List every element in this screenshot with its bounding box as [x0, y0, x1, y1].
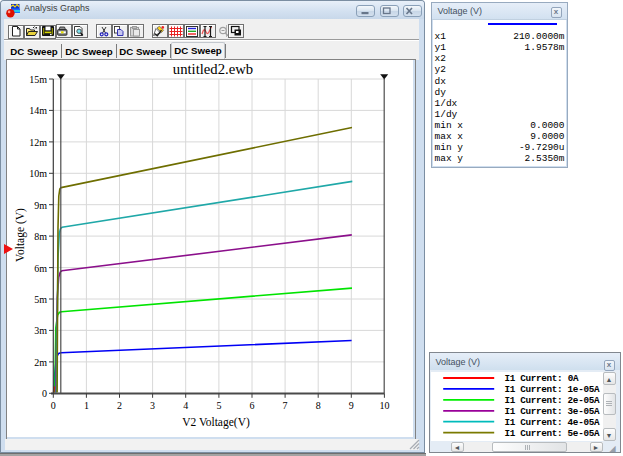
svg-text:6: 6	[250, 400, 255, 411]
svg-text:0: 0	[42, 388, 47, 399]
svg-text:15m: 15m	[29, 74, 47, 85]
svg-text:Voltage (V): Voltage (V)	[14, 208, 27, 262]
svg-text:10: 10	[379, 400, 389, 411]
svg-text:I1 Current: 1e-05A: I1 Current: 1e-05A	[504, 384, 599, 395]
svg-text:I1 Current: 3e-05A: I1 Current: 3e-05A	[504, 406, 599, 417]
svg-text:4: 4	[183, 400, 188, 411]
svg-text:10m: 10m	[29, 168, 47, 179]
svg-text:5: 5	[216, 400, 221, 411]
svg-text:V2 Voltage(V): V2 Voltage(V)	[182, 416, 250, 429]
svg-text:14m: 14m	[29, 105, 47, 116]
svg-text:3m: 3m	[34, 325, 47, 336]
svg-text:3: 3	[150, 400, 155, 411]
svg-text:8: 8	[316, 400, 321, 411]
svg-text:2: 2	[117, 400, 122, 411]
svg-text:0: 0	[51, 400, 56, 411]
svg-text:9m: 9m	[34, 200, 47, 211]
svg-text:12m: 12m	[29, 137, 47, 148]
svg-text:I1 Current: 2e-05A: I1 Current: 2e-05A	[504, 395, 599, 406]
svg-text:1: 1	[84, 400, 89, 411]
svg-text:I1 Current: 5e-05A: I1 Current: 5e-05A	[504, 428, 599, 439]
svg-text:2m: 2m	[34, 357, 47, 368]
svg-text:5m: 5m	[34, 294, 47, 305]
svg-text:I1 Current: 0A: I1 Current: 0A	[504, 373, 578, 384]
svg-text:untitled2.ewb: untitled2.ewb	[173, 61, 253, 77]
svg-text:8m: 8m	[34, 231, 47, 242]
svg-text:6m: 6m	[34, 263, 47, 274]
svg-text:7: 7	[283, 400, 288, 411]
svg-text:I1 Current: 4e-05A: I1 Current: 4e-05A	[504, 417, 599, 428]
svg-text:9: 9	[349, 400, 354, 411]
